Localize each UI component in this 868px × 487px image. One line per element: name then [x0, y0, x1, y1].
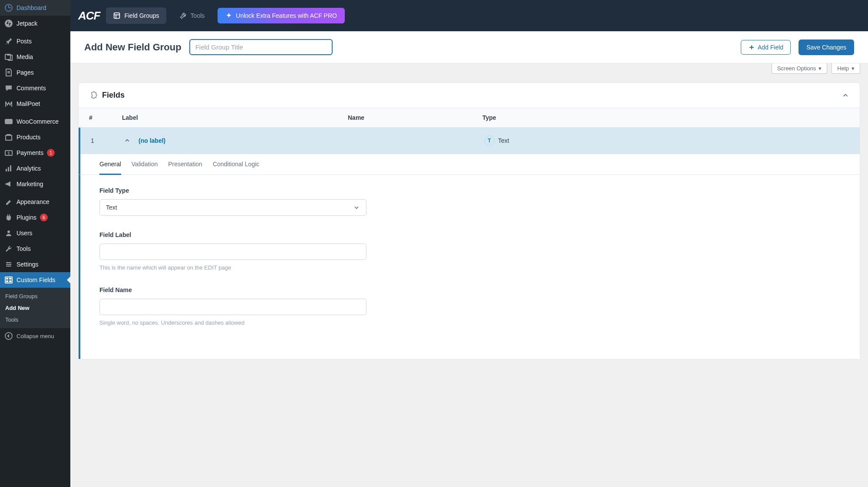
svg-rect-18: [6, 280, 8, 282]
text-type-icon: T: [484, 135, 495, 146]
field-label-label: Field Label: [99, 231, 366, 238]
sidebar-item-pages[interactable]: Pages: [0, 65, 70, 80]
sidebar-item-comments[interactable]: Comments: [0, 80, 70, 96]
pin-icon: [4, 37, 13, 46]
sidebar-item-label: Analytics: [17, 165, 41, 172]
topbar-field-groups[interactable]: Field Groups: [106, 7, 166, 24]
panel-header: Fields: [79, 83, 860, 108]
svg-rect-21: [114, 13, 120, 19]
field-label-help: This is the name which will appear on th…: [99, 264, 366, 271]
button-label: Screen Options: [777, 65, 816, 72]
svg-rect-16: [6, 278, 8, 280]
panel-collapse-toggle[interactable]: [842, 92, 849, 99]
topbar-label: Tools: [191, 12, 205, 19]
col-label: Label: [122, 114, 348, 121]
help-toggle[interactable]: Help ▾: [832, 63, 860, 74]
sidebar-sub-field-groups[interactable]: Field Groups: [0, 290, 70, 302]
sidebar-item-tools[interactable]: Tools: [0, 241, 70, 257]
sidebar-sub-add-new[interactable]: Add New: [0, 302, 70, 314]
tab-conditional-logic[interactable]: Conditional Logic: [213, 154, 259, 174]
sidebar-item-products[interactable]: Products: [0, 129, 70, 145]
field-group-title-input[interactable]: [189, 39, 333, 55]
topbar-unlock-pro[interactable]: Unlock Extra Features with ACF PRO: [218, 8, 345, 23]
svg-point-20: [5, 332, 12, 339]
svg-point-12: [7, 262, 8, 263]
sidebar-item-jetpack[interactable]: Jetpack: [0, 16, 70, 31]
mailpoet-icon: [4, 99, 13, 108]
svg-rect-17: [9, 278, 11, 280]
svg-rect-8: [6, 169, 7, 171]
users-icon: [4, 229, 13, 237]
col-name: Name: [348, 114, 482, 121]
save-changes-button[interactable]: Save Changes: [799, 39, 854, 55]
field-type-select[interactable]: Text: [99, 199, 366, 216]
field-row[interactable]: 1 (no label) T Text: [79, 128, 860, 154]
button-label: Add Field: [758, 44, 783, 51]
acf-topbar: ACF Field Groups Tools Unlock Extra Feat…: [70, 0, 868, 31]
add-field-button[interactable]: Add Field: [741, 40, 791, 55]
fields-panel: Fields # Label Name Type 1 (no label) T: [78, 82, 860, 359]
topbar-tools[interactable]: Tools: [172, 7, 212, 24]
collapse-icon: [4, 332, 13, 340]
col-type: Type: [482, 114, 849, 121]
sidebar-item-media[interactable]: Media: [0, 49, 70, 65]
select-value: Text: [106, 204, 117, 211]
sidebar-item-label: Jetpack: [17, 20, 37, 27]
plus-icon: [748, 44, 755, 51]
sidebar-item-appearance[interactable]: Appearance: [0, 194, 70, 210]
sidebar-item-label: Plugins: [17, 214, 36, 221]
collapse-label: Collapse menu: [17, 333, 54, 339]
sidebar-item-label: Tools: [17, 245, 31, 252]
sidebar-item-users[interactable]: Users: [0, 225, 70, 241]
field-name-help: Single word, no spaces. Underscores and …: [99, 319, 366, 326]
chevron-down-icon: [353, 204, 360, 211]
puzzle-icon: [89, 91, 98, 100]
sidebar-item-plugins[interactable]: Plugins 6: [0, 210, 70, 225]
field-label-input[interactable]: [99, 244, 366, 260]
sidebar-item-posts[interactable]: Posts: [0, 33, 70, 49]
svg-point-3: [8, 55, 9, 56]
svg-rect-5: [6, 135, 12, 140]
field-settings-tabs: General Validation Presentation Conditio…: [79, 154, 860, 175]
sidebar-item-label: Products: [17, 134, 40, 141]
field-type-text: Text: [498, 137, 509, 144]
field-name-input[interactable]: [99, 299, 366, 315]
field-toggle[interactable]: [124, 137, 131, 144]
field-label-link[interactable]: (no label): [139, 137, 165, 144]
sidebar-item-payments[interactable]: $ Payments 1: [0, 145, 70, 161]
sidebar-item-dashboard[interactable]: Dashboard: [0, 0, 70, 16]
sidebar-item-label: Users: [17, 230, 33, 237]
custom-fields-icon: [4, 276, 13, 284]
sidebar-item-label: Media: [17, 53, 33, 60]
tab-general[interactable]: General: [99, 154, 121, 174]
sidebar-sub-tools[interactable]: Tools: [0, 314, 70, 326]
sidebar-item-woocommerce[interactable]: WooCommerce: [0, 114, 70, 129]
sidebar-item-label: Settings: [17, 261, 39, 268]
sidebar-item-mailpoet[interactable]: MailPoet: [0, 96, 70, 112]
sidebar-item-custom-fields[interactable]: Custom Fields: [0, 272, 70, 288]
field-type-cell: T Text: [484, 135, 849, 146]
field-type-label: Field Type: [99, 187, 366, 194]
sidebar-item-analytics[interactable]: Analytics: [0, 161, 70, 176]
field-name-block: Field Name Single word, no spaces. Under…: [99, 286, 366, 326]
sidebar-item-marketing[interactable]: Marketing: [0, 176, 70, 192]
marketing-icon: [4, 180, 13, 188]
sidebar-item-label: Payments: [17, 149, 43, 156]
sidebar-item-label: Appearance: [17, 198, 50, 205]
tab-validation[interactable]: Validation: [132, 154, 158, 174]
screen-options-toggle[interactable]: Screen Options ▾: [772, 63, 828, 74]
dashboard-icon: [4, 3, 13, 12]
screen-options-row: Screen Options ▾ Help ▾: [70, 63, 868, 76]
field-settings: Field Type Text Field Label This is the …: [79, 175, 860, 359]
layout-icon: [113, 12, 121, 20]
sidebar-item-label: Pages: [17, 69, 34, 76]
tab-presentation[interactable]: Presentation: [168, 154, 202, 174]
field-name-label: Field Name: [99, 286, 366, 293]
sidebar-submenu: Field Groups Add New Tools: [0, 288, 70, 328]
sidebar-item-settings[interactable]: Settings: [0, 257, 70, 272]
pages-icon: [4, 68, 13, 77]
svg-rect-9: [8, 167, 9, 171]
collapse-menu[interactable]: Collapse menu: [0, 328, 70, 344]
page-title: Add New Field Group: [84, 42, 182, 53]
svg-point-1: [5, 20, 13, 27]
